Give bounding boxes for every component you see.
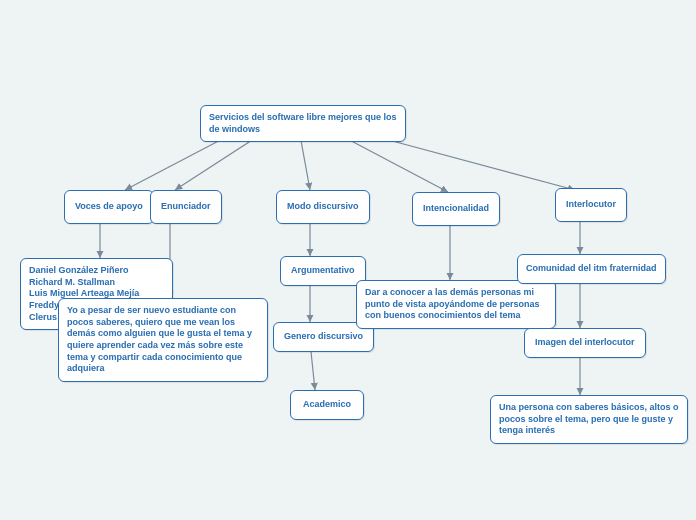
svg-line-1	[175, 135, 260, 190]
label: Una persona con saberes básicos, altos o…	[499, 402, 679, 435]
svg-line-4	[370, 135, 575, 190]
node-voces[interactable]: Voces de apoyo	[64, 190, 154, 224]
node-intencionalidad[interactable]: Intencionalidad	[412, 192, 500, 226]
svg-line-2	[300, 135, 310, 190]
label: Argumentativo	[291, 265, 355, 275]
node-root[interactable]: Servicios del software libre mejores que…	[200, 105, 406, 142]
svg-line-0	[125, 135, 230, 190]
label: Comunidad del itm fraternidad	[526, 263, 657, 273]
node-academico[interactable]: Academico	[290, 390, 364, 420]
node-yo[interactable]: Yo a pesar de ser nuevo estudiante con p…	[58, 298, 268, 382]
node-modo[interactable]: Modo discursivo	[276, 190, 370, 224]
node-imagen[interactable]: Imagen del interlocutor	[524, 328, 646, 358]
l: Daniel González Piñero	[29, 265, 164, 277]
node-interlocutor[interactable]: Interlocutor	[555, 188, 627, 222]
label: Enunciador	[161, 201, 211, 211]
label: Dar a conocer a las demás personas mi pu…	[365, 287, 540, 320]
label: Yo a pesar de ser nuevo estudiante con p…	[67, 305, 252, 373]
label: Servicios del software libre mejores que…	[209, 112, 397, 134]
node-int-text[interactable]: Dar a conocer a las demás personas mi pu…	[356, 280, 556, 329]
l: Richard M. Stallman	[29, 277, 164, 289]
label: Voces de apoyo	[75, 201, 143, 211]
label: Genero discursivo	[284, 331, 363, 341]
node-comunidad[interactable]: Comunidad del itm fraternidad	[517, 254, 666, 284]
svg-line-3	[340, 135, 448, 192]
label: Imagen del interlocutor	[535, 337, 635, 347]
node-enunciador[interactable]: Enunciador	[150, 190, 222, 224]
label: Modo discursivo	[287, 201, 359, 211]
label: Interlocutor	[566, 199, 616, 209]
label: Intencionalidad	[423, 203, 489, 213]
label: Academico	[303, 399, 351, 409]
node-argumentativo[interactable]: Argumentativo	[280, 256, 366, 286]
node-persona[interactable]: Una persona con saberes básicos, altos o…	[490, 395, 688, 444]
